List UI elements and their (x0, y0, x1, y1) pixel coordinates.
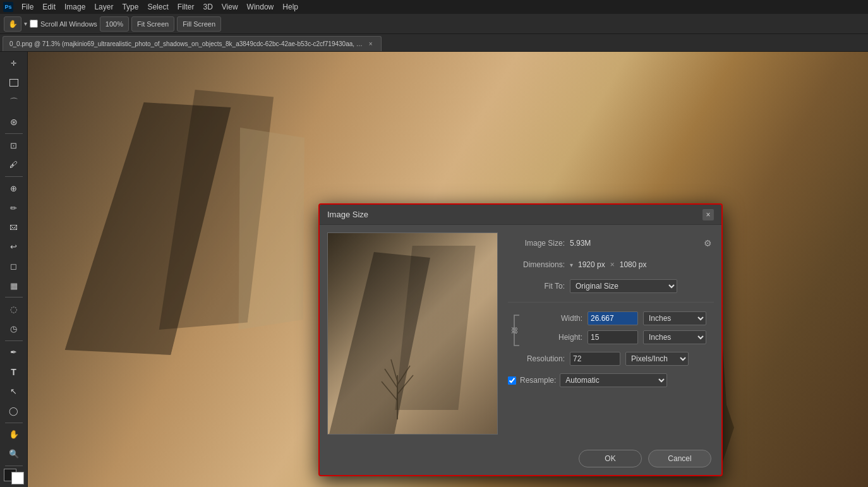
healing-icon: ⊕ (10, 184, 17, 193)
background-color[interactable] (11, 472, 24, 484)
height-unit-select[interactable]: Inches (643, 330, 706, 344)
dialog-body: Image Size: 5.93M ⚙ Dimensions: ▾ 1920 p… (320, 225, 721, 442)
dim-height: 1080 px (620, 260, 647, 269)
width-unit-select[interactable]: Inches (643, 311, 706, 325)
zoom-tool-button[interactable]: 🔍 (4, 445, 24, 463)
fill-screen-button[interactable]: Fill Screen (177, 16, 221, 32)
lasso-icon: ⌒ (9, 97, 18, 108)
pen-tool-button[interactable]: ✒ (4, 344, 24, 362)
resolution-input[interactable] (570, 352, 620, 366)
image-size-row: Image Size: 5.93M ⚙ (508, 235, 714, 251)
width-input[interactable] (588, 311, 638, 325)
controls-panel: Image Size: 5.93M ⚙ Dimensions: ▾ 1920 p… (508, 232, 714, 435)
rectangle-select-button[interactable] (4, 74, 24, 92)
menu-type[interactable]: Type (118, 1, 142, 13)
main-area: ✛ ⌒ ⊛ ⊡ 🖋 ⊕ ✏ 🖂 ↩ ◻ (0, 52, 868, 487)
menu-3d[interactable]: 3D (199, 1, 216, 13)
fit-screen-label: Fit Screen (137, 20, 169, 28)
blur-button[interactable]: ◌ (4, 300, 24, 318)
resolution-unit-select[interactable]: Pixels/Inch (625, 352, 689, 366)
tool-separator-5 (5, 423, 23, 423)
clone-stamp-button[interactable]: 🖂 (4, 219, 24, 237)
canvas-area: Image Size × (28, 52, 868, 487)
tab-filename: 0_0.png @ 71.3% (majkinio69_ultrarealist… (9, 40, 363, 47)
color-swatch[interactable] (4, 469, 24, 484)
resample-checkbox[interactable] (508, 376, 516, 385)
hand-tool-button[interactable]: ✋ (4, 16, 21, 32)
tab-close-button[interactable]: × (366, 40, 375, 49)
ok-button[interactable]: OK (579, 450, 642, 467)
resample-select[interactable]: Automatic (560, 373, 667, 387)
options-toolbar: ✋ ▾ Scroll All Windows 100% Fit Screen F… (0, 14, 868, 34)
cancel-button[interactable]: Cancel (648, 450, 711, 467)
fit-to-row: Fit To: Original Size (508, 278, 714, 294)
menu-filter[interactable]: Filter (174, 1, 198, 13)
dimensions-row: Dimensions: ▾ 1920 px × 1080 px (508, 256, 714, 273)
menu-select[interactable]: Select (143, 1, 172, 13)
path-select-button[interactable]: ↖ (4, 382, 24, 400)
hand-tool-options: ▾ (24, 20, 27, 27)
height-input[interactable] (588, 330, 638, 344)
resample-label: Resample: (520, 376, 556, 385)
menu-view[interactable]: View (218, 1, 242, 13)
svg-text:⛓: ⛓ (511, 327, 518, 334)
menu-layer[interactable]: Layer (90, 1, 117, 13)
eraser-button[interactable]: ◻ (4, 257, 24, 275)
shape-icon: ◯ (9, 406, 18, 416)
crop-tool-button[interactable]: ⊡ (4, 136, 24, 155)
menu-window[interactable]: Window (243, 1, 278, 13)
resolution-label: Resolution: (508, 354, 565, 363)
fit-to-label: Fit To: (508, 282, 565, 291)
hand-tool-toolbox-button[interactable]: ✋ (4, 425, 24, 443)
shape-tool-button[interactable]: ◯ (4, 402, 24, 420)
menu-file[interactable]: File (18, 1, 37, 13)
path-icon: ↖ (10, 387, 17, 396)
eyedropper-button[interactable]: 🖋 (4, 155, 24, 174)
magic-wand-button[interactable]: ⊛ (4, 112, 24, 131)
crop-icon: ⊡ (10, 141, 17, 150)
scroll-windows-checkbox-label[interactable]: Scroll All Windows (30, 20, 97, 28)
menu-image[interactable]: Image (61, 1, 89, 13)
toolbox: ✛ ⌒ ⊛ ⊡ 🖋 ⊕ ✏ 🖂 ↩ ◻ (0, 52, 28, 487)
gradient-button[interactable]: ▦ (4, 277, 24, 295)
tab-bar: 0_0.png @ 71.3% (majkinio69_ultrarealist… (0, 34, 868, 52)
dim-x: × (610, 260, 615, 269)
hand-dropdown-arrow[interactable]: ▾ (24, 20, 27, 27)
preview-thumbnail (327, 232, 498, 435)
link-bracket-icon: ⛓ (510, 313, 522, 348)
menu-edit[interactable]: Edit (39, 1, 59, 13)
dodge-button[interactable]: ◷ (4, 320, 24, 338)
move-tool-button[interactable]: ✛ (4, 54, 24, 73)
svg-line-5 (391, 359, 397, 382)
svg-line-3 (385, 369, 397, 388)
hand-icon: ✋ (8, 20, 18, 28)
document-tab[interactable]: 0_0.png @ 71.3% (majkinio69_ultrarealist… (3, 36, 382, 51)
lasso-tool-button[interactable]: ⌒ (4, 93, 24, 111)
preview-plant (378, 356, 416, 421)
type-tool-button[interactable]: T (4, 363, 24, 381)
scroll-windows-checkbox[interactable] (30, 20, 38, 28)
ps-logo-icon: Ps (3, 2, 13, 12)
zoom-level-button[interactable]: 100% (100, 16, 129, 32)
menu-help[interactable]: Help (279, 1, 302, 13)
history-brush-button[interactable]: ↩ (4, 237, 24, 256)
zoom-level-value: 100% (105, 20, 123, 28)
scroll-windows-label: Scroll All Windows (40, 20, 97, 28)
resample-row: Resample: Automatic (508, 372, 714, 388)
dialog-footer: OK Cancel (320, 442, 721, 475)
dimensions-chevron[interactable]: ▾ (570, 262, 573, 268)
fit-to-select[interactable]: Original Size (570, 279, 677, 293)
settings-gear-button[interactable]: ⚙ (701, 237, 714, 250)
healing-brush-button[interactable]: ⊕ (4, 179, 24, 198)
brush-tool-button[interactable]: ✏ (4, 199, 24, 217)
image-size-label: Image Size: (508, 239, 565, 248)
zoom-icon: 🔍 (9, 449, 19, 459)
wh-group: ⛓ Width: Inches Height: (508, 310, 714, 346)
eyedropper-icon: 🖋 (9, 160, 18, 169)
dimensions-label: Dimensions: (508, 260, 565, 269)
pen-icon: ✒ (10, 347, 17, 357)
fit-screen-button[interactable]: Fit Screen (131, 16, 174, 32)
separator-1 (508, 302, 714, 303)
dialog-close-button[interactable]: × (702, 209, 714, 220)
light-1 (236, 128, 312, 330)
